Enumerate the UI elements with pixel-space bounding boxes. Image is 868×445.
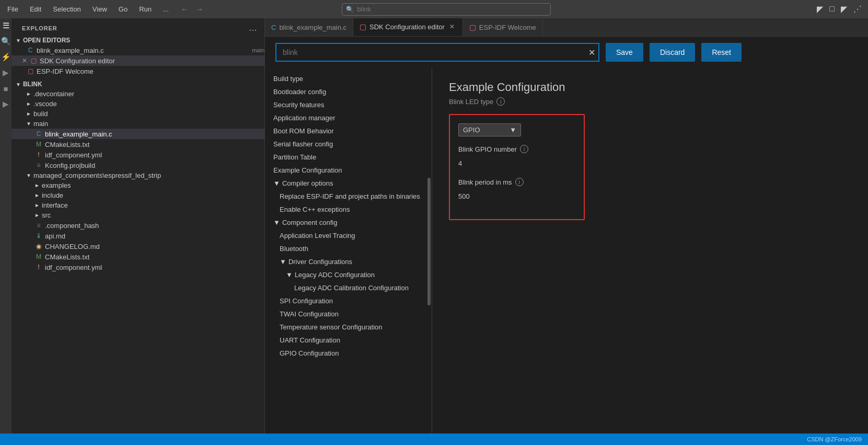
tab-esp-welcome[interactable]: ▢ ESP-IDF Welcome <box>463 18 543 37</box>
sdk-search-clear-icon[interactable]: ✕ <box>588 48 595 58</box>
reset-button[interactable]: Reset <box>701 43 742 62</box>
blink-period-label-text: Blink period in ms <box>458 178 512 186</box>
nav-compiler-options[interactable]: ▼ Compiler options <box>265 177 432 190</box>
nav-application-manager[interactable]: Application manager <box>265 111 432 124</box>
tab-sdk-config[interactable]: ▢ SDK Configuration editor ✕ <box>353 18 463 37</box>
kconfig-icon: ≡ <box>34 161 43 169</box>
status-bar: CSDN @ZForce2009 <box>0 433 868 445</box>
menu-file[interactable]: File <box>5 4 20 14</box>
src-label: src <box>42 211 264 219</box>
file-blink-main[interactable]: C blink_example_main.c <box>11 129 264 139</box>
forward-button[interactable]: → <box>194 4 205 15</box>
nav-legacy-adc-calib[interactable]: Legacy ADC Calibration Configuration <box>265 281 432 294</box>
activity-git-icon[interactable]: ⚡ <box>1 52 11 62</box>
nav-component-config[interactable]: ▼ Component config <box>265 216 432 229</box>
nav-build-type[interactable]: Build type <box>265 72 432 85</box>
sdk-search-input[interactable]: blink <box>275 43 599 62</box>
menu-run[interactable]: Run <box>137 4 154 14</box>
open-editors-chevron: ▼ <box>16 38 21 43</box>
file-api-md[interactable]: ⇓ api.md <box>11 231 264 241</box>
nav-serial-flasher[interactable]: Serial flasher config <box>265 138 432 151</box>
file-changelog[interactable]: ◉ CHANGELOG.md <box>11 241 264 252</box>
nav-twai-config[interactable]: TWAI Configuration <box>265 307 432 321</box>
title-search-input[interactable]: blink <box>342 3 551 16</box>
open-editor-sdk-config[interactable]: ✕ ▢ SDK Configuration editor <box>11 55 264 66</box>
main-label: main <box>33 120 264 128</box>
activity-search-icon[interactable]: 🔍 <box>1 36 11 47</box>
file-component-hash[interactable]: ≡ .component_hash <box>11 220 264 231</box>
menu-go[interactable]: Go <box>117 4 130 14</box>
blink-section-header[interactable]: ▼ BLINK <box>11 79 264 89</box>
file-kconfig[interactable]: ≡ Kconfig.projbuild <box>11 160 264 170</box>
file-cmakelists-root[interactable]: M CMakeLists.txt <box>11 252 264 262</box>
file-cmakelists-main[interactable]: M CMakeLists.txt <box>11 139 264 150</box>
interface-label: interface <box>42 201 264 209</box>
sidebar-more-icon[interactable]: ... <box>248 22 258 33</box>
gpio-dropdown[interactable]: GPIO ▼ <box>458 123 521 136</box>
tab-blink-main[interactable]: C blink_example_main.c <box>265 18 353 37</box>
file-idf-component[interactable]: ! idf_component.yml <box>11 150 264 160</box>
nav-bluetooth[interactable]: Bluetooth <box>265 242 432 255</box>
discard-button[interactable]: Discard <box>650 43 695 62</box>
nav-driver-config[interactable]: ▼ Driver Configurations <box>265 255 432 268</box>
layout-icon-4[interactable]: ⋰ <box>852 3 863 15</box>
nav-spi-config[interactable]: SPI Configuration <box>265 294 432 307</box>
nav-scrollbar-thumb[interactable] <box>427 178 431 306</box>
idf-root-icon: ! <box>34 263 43 271</box>
open-editor-blink-main[interactable]: C blink_example_main.c main <box>11 45 264 55</box>
menu-edit[interactable]: Edit <box>28 4 43 14</box>
api-label: api.md <box>45 232 264 240</box>
folder-devcontainer[interactable]: ► .devcontainer <box>11 89 264 99</box>
nav-temp-sensor[interactable]: Temperature sensor Configuration <box>265 321 432 334</box>
nav-example-config[interactable]: Example Configuration <box>265 164 432 177</box>
back-button[interactable]: ← <box>179 4 191 15</box>
file-idf-component-root[interactable]: ! idf_component.yml <box>11 262 264 272</box>
menu-view[interactable]: View <box>90 4 109 14</box>
tab-esp-icon: ▢ <box>469 23 476 31</box>
managed-chevron: ▼ <box>26 173 31 178</box>
folder-include[interactable]: ► include <box>11 190 264 200</box>
component-hash-label: .component_hash <box>45 222 264 230</box>
activity-esp-icon[interactable]: ▶ <box>1 99 11 109</box>
folder-main[interactable]: ▼ main <box>11 119 264 129</box>
activity-debug-icon[interactable]: ▶ <box>1 67 11 78</box>
activity-explorer-icon[interactable]: ☰ <box>1 20 11 31</box>
gpio-number-label-text: Blink GPIO number <box>458 145 517 153</box>
folder-interface[interactable]: ► interface <box>11 200 264 210</box>
folder-examples[interactable]: ► examples <box>11 180 264 190</box>
save-button[interactable]: Save <box>606 43 643 62</box>
folder-src[interactable]: ► src <box>11 210 264 220</box>
open-editor-esp-welcome[interactable]: ▢ ESP-IDF Welcome <box>11 66 264 76</box>
nav-gpio-config[interactable]: GPIO Configuration <box>265 347 432 360</box>
nav-partition-table[interactable]: Partition Table <box>265 151 432 164</box>
nav-scrollbar-track <box>427 68 432 433</box>
nav-cpp-exceptions[interactable]: Enable C++ exceptions <box>265 203 432 216</box>
layout-icon-3[interactable]: ◤ <box>840 3 848 15</box>
activity-extensions-icon[interactable]: ■ <box>1 83 11 94</box>
open-editors-header[interactable]: ▼ OPEN EDITORS <box>11 36 264 45</box>
close-sdk-icon[interactable]: ✕ <box>22 57 27 64</box>
folder-managed-components[interactable]: ▼ managed_components\espressif_led_strip <box>11 170 264 180</box>
driver-config-label: Driver Configurations <box>288 258 352 266</box>
nav-app-tracing[interactable]: Application Level Tracing <box>265 229 432 242</box>
menu-more[interactable]: ... <box>161 4 171 14</box>
blink-period-value: 500 <box>458 190 575 202</box>
nav-bootloader-config[interactable]: Bootloader config <box>265 85 432 98</box>
folder-vscode[interactable]: ► .vscode <box>11 99 264 109</box>
nav-legacy-adc[interactable]: ▼ Legacy ADC Configuration <box>265 268 432 281</box>
blink-period-label: Blink period in ms i <box>458 178 575 186</box>
nav-replace-paths[interactable]: Replace ESP-IDF and project paths in bin… <box>265 190 432 203</box>
layout-icon-2[interactable]: □ <box>828 3 836 15</box>
tab-sdk-close[interactable]: ✕ <box>448 22 456 31</box>
blink-led-info-icon[interactable]: i <box>496 97 505 106</box>
gpio-number-label: Blink GPIO number i <box>458 145 575 153</box>
blink-period-info-icon[interactable]: i <box>515 178 524 186</box>
gpio-number-info-icon[interactable]: i <box>520 145 528 153</box>
menu-selection[interactable]: Selection <box>51 4 83 14</box>
nav-uart-config[interactable]: UART Configuration <box>265 334 432 347</box>
nav-boot-rom[interactable]: Boot ROM Behavior <box>265 124 432 138</box>
layout-icon-1[interactable]: ◤ <box>816 3 824 15</box>
sdk-config-panel: Example Configuration Blink LED type i G… <box>432 68 868 433</box>
nav-security-features[interactable]: Security features <box>265 98 432 111</box>
folder-build[interactable]: ► build <box>11 109 264 119</box>
